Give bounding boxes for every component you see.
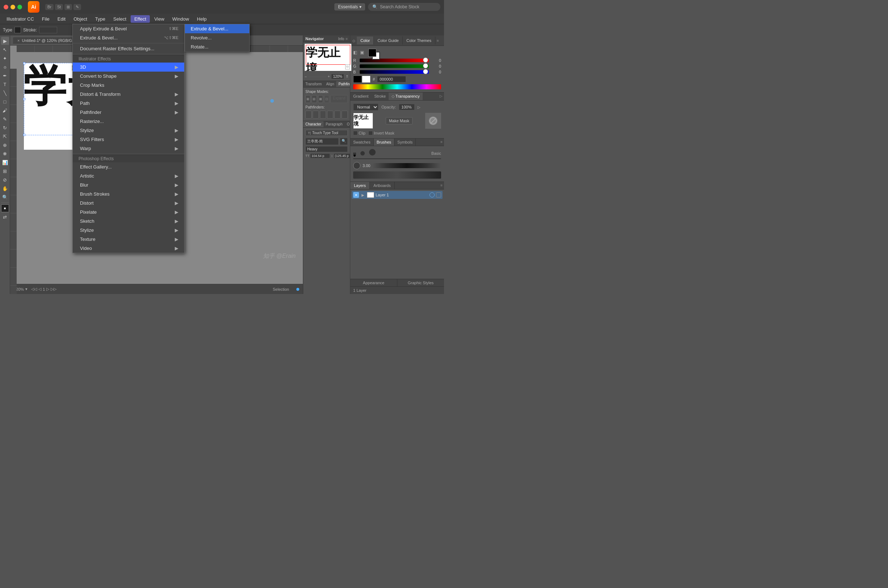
slider-r-thumb[interactable]	[423, 57, 428, 63]
menu-svg-filters[interactable]: SVG Filters ▶	[73, 135, 184, 144]
tab-close-icon[interactable]: ×	[17, 38, 20, 43]
navigator-menu-icon[interactable]: ≡	[346, 37, 348, 41]
tab-stroke[interactable]: Stroke	[371, 93, 389, 100]
font-weight-input[interactable]: Heavy	[305, 146, 348, 152]
tab-color-guide[interactable]: Color Guide	[374, 36, 403, 45]
font-search-icon[interactable]: 🔍	[340, 138, 348, 145]
tool-zoom[interactable]: 🔍	[1, 193, 9, 201]
color-menu-icon[interactable]: ≡	[437, 39, 439, 43]
tool-slice[interactable]: ⊘	[1, 176, 9, 184]
menu-convert-to-shape[interactable]: Convert to Shape ▶	[73, 72, 184, 81]
menu-extrude-bevel[interactable]: Extrude & Bevel... ⌥⇧⌘E	[73, 33, 184, 42]
menu-blur[interactable]: Blur ▶	[73, 180, 184, 189]
page-next-icon[interactable]: ▷▷	[51, 287, 56, 291]
menu-texture[interactable]: Texture ▶	[73, 235, 184, 244]
menu-type[interactable]: Type	[92, 15, 109, 23]
slider-g[interactable]	[360, 64, 429, 68]
tool-rect[interactable]: □	[1, 98, 9, 106]
tool-line[interactable]: ╲	[1, 89, 9, 97]
tab-transparency[interactable]: ◇ Transparency	[389, 93, 423, 100]
tool-column-graph[interactable]: 📊	[1, 158, 9, 166]
menu-illustrator[interactable]: Illustrator CC	[3, 15, 38, 23]
stock-icon[interactable]: St	[55, 4, 63, 10]
shape-mode-minus[interactable]: ⊟	[311, 95, 317, 103]
tab-character[interactable]: Character	[303, 121, 323, 127]
slider-g-thumb[interactable]	[423, 63, 428, 68]
tab-color[interactable]: Color	[357, 36, 374, 45]
color-white-swatch[interactable]	[362, 76, 371, 83]
pen-icon[interactable]: ✎	[74, 4, 81, 10]
layer-visibility-icon[interactable]: ●	[353, 192, 359, 198]
nav-zoom-out-icon[interactable]: –	[305, 75, 307, 78]
menu-pathfinder-effect[interactable]: Pathfinder ▶	[73, 108, 184, 117]
tab-swatches[interactable]: Swatches	[350, 138, 374, 146]
search-stock-input[interactable]: 🔍 Search Adobe Stock	[368, 3, 440, 11]
tool-type[interactable]: T	[1, 80, 9, 88]
slider-r[interactable]	[360, 58, 429, 62]
essentials-button[interactable]: Essentials ▾	[334, 3, 365, 10]
touch-type-button[interactable]: T| Touch Type Tool	[305, 130, 348, 136]
tool-lasso[interactable]: ⌾	[1, 63, 9, 71]
tab-symbols[interactable]: Symbols	[394, 138, 416, 146]
menu-3d[interactable]: 3D ▶	[73, 63, 184, 72]
invert-mask-checkbox[interactable]	[368, 131, 373, 135]
menu-artistic[interactable]: Artistic ▶	[73, 171, 184, 180]
layer-expand-icon[interactable]: ▶	[361, 192, 365, 198]
menu-apply-extrude[interactable]: Apply Extrude & Bevel ⇧⌘E	[73, 24, 184, 33]
tool-symbol[interactable]: ❋	[1, 150, 9, 158]
mask-alt-thumb[interactable]	[425, 113, 441, 129]
tool-select[interactable]: ▶	[1, 37, 9, 45]
mask-main-thumb[interactable]: 学无止境	[353, 113, 373, 129]
zoom-dropdown-icon[interactable]: ▾	[26, 287, 27, 291]
opacity-value[interactable]: 100%	[399, 104, 415, 110]
tab-graphic-styles[interactable]: Graphic Styles	[397, 279, 444, 286]
tool-rotate[interactable]: ↻	[1, 124, 9, 132]
color-mode-icon[interactable]: ▣	[360, 50, 366, 56]
fullscreen-button[interactable]	[17, 5, 22, 9]
tab-layers[interactable]: Layers	[350, 182, 370, 189]
layer-row-1[interactable]: ● ▶ Layer 1	[352, 191, 443, 199]
nav-zoom-in-icon[interactable]: +	[328, 75, 330, 78]
menu-edit[interactable]: Edit	[54, 15, 69, 23]
menu-help[interactable]: Help	[193, 15, 210, 23]
submenu-revolve[interactable]: Revolve...	[185, 33, 249, 42]
page-prev-single-icon[interactable]: ◁	[38, 287, 41, 291]
page-next-single-icon[interactable]: ▷	[46, 287, 49, 291]
transform-handle[interactable]	[270, 99, 274, 103]
menu-brush-strokes[interactable]: Brush Strokes ▶	[73, 189, 184, 198]
slider-b-thumb[interactable]	[423, 69, 428, 74]
menu-select[interactable]: Select	[110, 15, 130, 23]
menu-pixelate[interactable]: Pixelate ▶	[73, 208, 184, 217]
nav-zoom-arrows-icon[interactable]: ⇑	[346, 75, 349, 78]
minimize-button[interactable]	[11, 5, 15, 9]
layer-target-icon[interactable]	[430, 192, 434, 198]
menu-view[interactable]: View	[150, 15, 168, 23]
menu-stylize-ill[interactable]: Stylize ▶	[73, 126, 184, 135]
tool-fill[interactable]: ■	[1, 204, 9, 212]
tab-align[interactable]: Align	[324, 81, 336, 87]
color-icon[interactable]: ◧	[353, 50, 359, 56]
make-mask-button[interactable]: Make Mask	[386, 117, 413, 124]
tool-paintbrush[interactable]: 🖌	[1, 106, 9, 114]
slider-b[interactable]	[360, 70, 429, 74]
stroke-input[interactable]	[39, 27, 57, 33]
tool-direct-select[interactable]: ↖	[1, 46, 9, 54]
tool-artboard[interactable]: ⊞	[1, 167, 9, 175]
bridge-icon[interactable]: Br	[45, 4, 54, 10]
pathfinder-btn-3[interactable]	[320, 111, 326, 118]
nav-info-tab[interactable]: Info	[338, 37, 344, 41]
layer-lock-icon[interactable]	[436, 192, 441, 198]
menu-distort-transform[interactable]: Distort & Transform ▶	[73, 90, 184, 99]
fill-color[interactable]	[15, 27, 21, 33]
font-size-input[interactable]: 104.54 p	[310, 153, 330, 158]
shape-mode-unite[interactable]: ⊞	[305, 95, 311, 103]
fill-swatch[interactable]	[368, 49, 376, 57]
tool-pencil[interactable]: ✎	[1, 115, 9, 123]
tool-scale[interactable]: ⇱	[1, 132, 9, 140]
menu-file[interactable]: File	[38, 15, 53, 23]
tool-shape-builder[interactable]: ⊕	[1, 141, 9, 149]
submenu-rotate[interactable]: Rotate...	[185, 42, 249, 51]
menu-window[interactable]: Window	[168, 15, 192, 23]
menu-object[interactable]: Object	[70, 15, 91, 23]
pathfinder-btn-1[interactable]	[305, 111, 311, 118]
